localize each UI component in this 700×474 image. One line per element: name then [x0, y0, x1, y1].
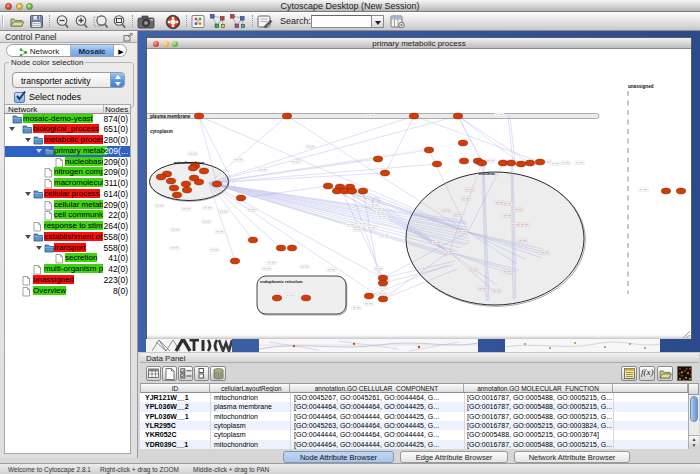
svg-text:plasma membrane: plasma membrane — [150, 114, 191, 119]
svg-text:mitochondrion: mitochondrion — [174, 160, 205, 165]
svg-text:cytoplasm: cytoplasm — [150, 129, 173, 134]
svg-text:unassigned: unassigned — [628, 84, 654, 89]
svg-text:nucleus: nucleus — [479, 171, 496, 176]
svg-text:endoplasmic reticulum: endoplasmic reticulum — [260, 279, 303, 284]
